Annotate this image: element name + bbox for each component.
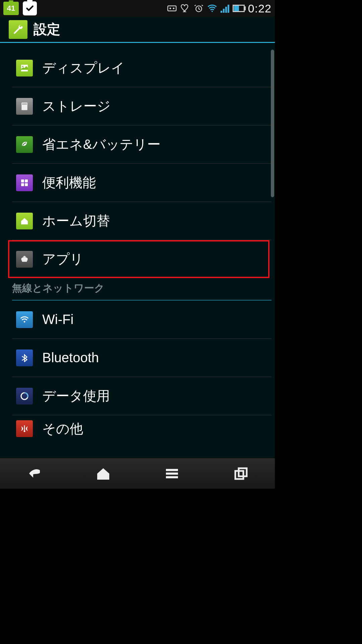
feature-icon — [16, 174, 33, 191]
svg-rect-26 — [166, 476, 178, 478]
wifi-icon — [16, 311, 33, 328]
apps-icon — [16, 251, 33, 268]
svg-rect-24 — [166, 469, 178, 471]
battery-icon — [16, 136, 33, 153]
settings-item-label: データ使用 — [42, 387, 110, 405]
svg-rect-19 — [21, 258, 22, 261]
settings-item-label: Wi-Fi — [42, 312, 73, 327]
task-check-icon — [23, 1, 37, 15]
battery-status-icon — [233, 5, 245, 12]
recent-apps-button[interactable] — [221, 462, 261, 485]
svg-rect-9 — [24, 103, 25, 105]
status-time: 0:22 — [248, 2, 272, 15]
settings-item-data-usage[interactable]: データ使用 — [0, 377, 275, 415]
svg-rect-14 — [21, 183, 24, 186]
settings-item-other[interactable]: その他 — [0, 415, 275, 442]
settings-item-label: Bluetooth — [42, 350, 99, 365]
svg-rect-25 — [166, 472, 178, 474]
settings-item-label: ホーム切替 — [42, 212, 110, 230]
back-button[interactable] — [14, 462, 55, 485]
menu-button[interactable] — [152, 462, 192, 485]
settings-item-bluetooth[interactable]: Bluetooth — [0, 339, 275, 377]
other-icon — [16, 420, 33, 437]
svg-point-1 — [169, 8, 171, 9]
navigation-bar — [0, 458, 275, 489]
battery-percent: 41 — [7, 4, 15, 13]
svg-rect-16 — [22, 258, 27, 262]
settings-item-wifi[interactable]: Wi-Fi — [0, 301, 275, 338]
bluetooth-icon — [16, 350, 33, 366]
storage-icon — [16, 98, 33, 115]
section-header-network: 無線とネットワーク — [0, 278, 275, 297]
svg-rect-12 — [21, 179, 24, 182]
svg-rect-13 — [25, 179, 28, 182]
svg-point-18 — [25, 257, 26, 257]
settings-header: 設定 — [0, 17, 275, 43]
svg-point-17 — [23, 257, 24, 257]
home-button[interactable] — [83, 462, 123, 485]
signal-icon — [221, 4, 229, 13]
settings-item-label: 省エネ&バッテリー — [42, 135, 161, 154]
svg-point-4 — [212, 11, 213, 12]
settings-item-home-switch[interactable]: ホーム切替 — [0, 202, 275, 240]
heart-icon — [180, 3, 190, 13]
settings-item-label: ディスプレイ — [42, 59, 125, 77]
svg-rect-10 — [25, 103, 26, 105]
battery-app-icon: 41 — [3, 2, 19, 15]
settings-item-label: ストレージ — [42, 97, 111, 115]
page-title: 設定 — [34, 20, 60, 39]
display-icon — [16, 60, 33, 76]
svg-rect-0 — [168, 6, 176, 11]
settings-item-apps[interactable]: アプリ — [0, 240, 275, 278]
settings-item-label: その他 — [42, 420, 83, 438]
settings-item-display[interactable]: ディスプレイ — [0, 49, 275, 87]
settings-icon — [9, 20, 27, 39]
alarm-icon — [194, 3, 204, 13]
svg-rect-20 — [27, 258, 28, 261]
settings-item-label: アプリ — [42, 250, 83, 268]
wifi-status-icon — [207, 3, 217, 13]
vr-icon — [167, 3, 177, 13]
settings-item-label: 便利機能 — [42, 173, 96, 192]
settings-list[interactable]: ディスプレイ ストレージ 省エネ&バッテリー 便利機能 — [0, 43, 275, 458]
svg-point-2 — [173, 8, 174, 9]
home-switch-icon — [16, 213, 33, 229]
settings-item-storage[interactable]: ストレージ — [0, 87, 275, 125]
svg-rect-11 — [26, 103, 27, 105]
settings-item-power-battery[interactable]: 省エネ&バッテリー — [0, 125, 275, 163]
section-title: 無線とネットワーク — [12, 281, 275, 295]
svg-rect-8 — [22, 103, 23, 105]
data-usage-icon — [16, 388, 33, 405]
svg-point-6 — [22, 66, 23, 67]
status-bar: 41 0:22 — [0, 0, 275, 17]
settings-item-features[interactable]: 便利機能 — [0, 164, 275, 202]
svg-rect-15 — [25, 183, 28, 186]
svg-point-21 — [24, 321, 25, 323]
svg-point-23 — [24, 430, 25, 432]
